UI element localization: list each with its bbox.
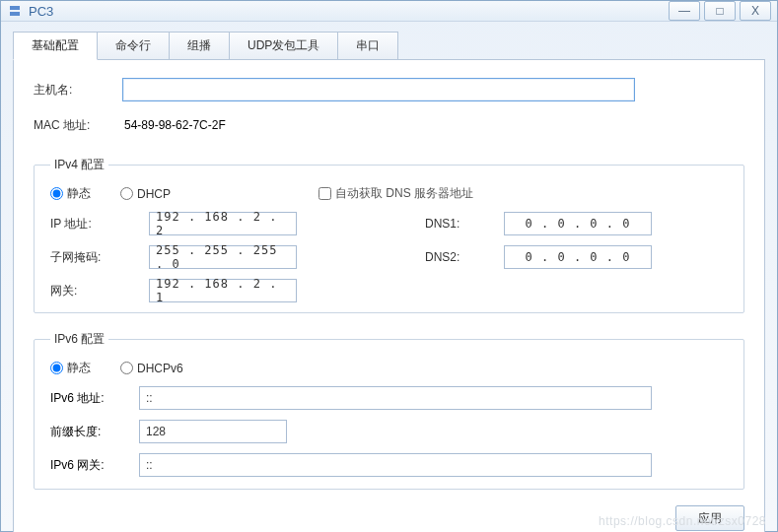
minimize-button[interactable]: — [669, 1, 700, 21]
window: PC3 — □ X 基础配置 命令行 组播 UDP发包工具 串口 主机名: MA… [0, 0, 778, 532]
close-button[interactable]: X [740, 1, 771, 21]
group-ipv6: IPv6 配置 静态 DHCPv6 IPv6 地址: 前 [34, 331, 744, 490]
ipv6-prefix-input[interactable] [139, 420, 287, 443]
ipv4-mode-dhcp-label: DHCP [137, 187, 171, 201]
ipv4-auto-dns-checkbox[interactable] [318, 187, 331, 200]
row-mac: MAC 地址: 54-89-98-62-7C-2F [34, 113, 744, 137]
row-hostname: 主机名: [34, 78, 744, 101]
mac-label: MAC 地址: [34, 117, 122, 134]
ipv6-mode-static-radio[interactable] [50, 362, 63, 374]
tab-basic[interactable]: 基础配置 [13, 32, 98, 60]
ipv4-mask-input[interactable]: 255 . 255 . 255 . 0 [149, 245, 297, 269]
ipv4-dns2-label: DNS2: [425, 250, 494, 264]
ipv6-mode-dhcp-radio[interactable] [120, 362, 133, 374]
ipv4-grid: IP 地址: 192 . 168 . 2 . 2 DNS1: 0 . 0 . 0… [50, 212, 728, 302]
ipv6-legend: IPv6 配置 [50, 331, 108, 348]
tab-mcast[interactable]: 组播 [170, 32, 230, 60]
ipv4-gw-input[interactable]: 192 . 168 . 2 . 1 [149, 279, 297, 302]
ipv4-dns1-label: DNS1: [425, 217, 494, 231]
ipv6-mode-row: 静态 DHCPv6 [50, 360, 728, 376]
group-ipv4: IPv4 配置 静态 DHCP 自动获取 DNS 服务器地址 [34, 157, 744, 313]
ipv4-ip-input[interactable]: 192 . 168 . 2 . 2 [149, 212, 297, 235]
footer: 应用 [34, 499, 744, 531]
hostname-label: 主机名: [34, 82, 122, 99]
tab-serial[interactable]: 串口 [338, 32, 398, 60]
ipv6-mode-static-label: 静态 [67, 360, 91, 376]
ipv4-gw-label: 网关: [50, 283, 139, 299]
ipv4-dns2-input[interactable]: 0 . 0 . 0 . 0 [504, 245, 652, 269]
ipv4-auto-dns-label: 自动获取 DNS 服务器地址 [335, 185, 473, 202]
ipv6-prefix-label: 前缀长度: [50, 424, 139, 440]
ipv4-mode-static-radio[interactable] [50, 187, 63, 200]
ipv6-mode-dhcp[interactable]: DHCPv6 [120, 362, 183, 375]
row-ipv6-prefix: 前缀长度: [50, 420, 728, 443]
ipv4-mode-dhcp-radio[interactable] [120, 187, 133, 200]
ipv4-mask-label: 子网掩码: [50, 249, 139, 266]
ipv4-mode-row: 静态 DHCP 自动获取 DNS 服务器地址 [50, 185, 728, 202]
app-icon [7, 3, 23, 19]
ipv6-mode-static[interactable]: 静态 [50, 360, 91, 376]
hostname-input[interactable] [122, 78, 635, 101]
row-ipv6-addr: IPv6 地址: [50, 386, 728, 410]
ipv4-mode-dhcp[interactable]: DHCP [120, 187, 171, 201]
window-controls: — □ X [665, 1, 771, 21]
ipv4-ip-label: IP 地址: [50, 216, 139, 233]
ipv4-auto-dns[interactable]: 自动获取 DNS 服务器地址 [318, 185, 473, 202]
tab-udp[interactable]: UDP发包工具 [230, 32, 338, 60]
apply-button[interactable]: 应用 [675, 505, 744, 531]
titlebar: PC3 — □ X [1, 1, 777, 22]
ipv6-gw-input[interactable] [139, 453, 652, 477]
ipv4-legend: IPv4 配置 [50, 157, 108, 173]
tab-panel-basic: 主机名: MAC 地址: 54-89-98-62-7C-2F IPv4 配置 静… [13, 59, 765, 532]
row-ipv6-gw: IPv6 网关: [50, 453, 728, 477]
maximize-button[interactable]: □ [704, 1, 736, 21]
ipv4-mode-static[interactable]: 静态 [50, 185, 91, 202]
ipv4-mode-static-label: 静态 [67, 185, 91, 202]
ipv6-gw-label: IPv6 网关: [50, 457, 139, 474]
mac-value: 54-89-98-62-7C-2F [122, 113, 635, 137]
client-area: 基础配置 命令行 组播 UDP发包工具 串口 主机名: MAC 地址: 54-8… [1, 22, 777, 532]
ipv6-addr-input[interactable] [139, 386, 652, 410]
tab-cmd[interactable]: 命令行 [98, 32, 170, 60]
ipv4-dns1-input[interactable]: 0 . 0 . 0 . 0 [504, 212, 652, 235]
window-title: PC3 [29, 4, 665, 19]
ipv6-mode-dhcp-label: DHCPv6 [137, 362, 183, 375]
ipv6-addr-label: IPv6 地址: [50, 390, 139, 407]
tabbar: 基础配置 命令行 组播 UDP发包工具 串口 [13, 32, 765, 60]
